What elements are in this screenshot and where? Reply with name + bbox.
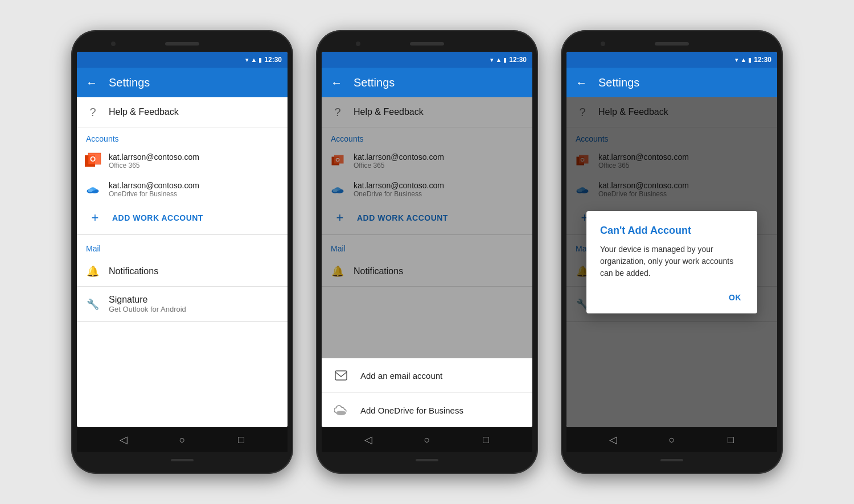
wifi-icon-1: ▾ <box>245 56 249 64</box>
phone-speaker-2 <box>410 42 444 46</box>
phone-bottom-bar-2 <box>322 452 532 468</box>
home-indicator-1 <box>171 459 194 461</box>
nav-recents-2[interactable]: □ <box>475 429 496 450</box>
notifications-item-1[interactable]: 🔔 Notifications <box>77 257 288 287</box>
phone-device-2: ▾ ▲ ▮ 12:30 ← Settings ? Help & Feedback <box>316 30 538 474</box>
battery-icon-1: ▮ <box>258 56 262 64</box>
account-info-2: kat.larrson@contoso.com OneDrive for Bus… <box>109 181 199 198</box>
svg-point-7 <box>88 189 93 192</box>
settings-title-3: Settings <box>598 76 639 89</box>
plus-icon-1: + <box>86 210 104 225</box>
help-feedback-item-1[interactable]: ? Help & Feedback <box>77 97 288 127</box>
phone-screen-1: ▾ ▲ ▮ 12:30 ← Settings ? Help & Feedback <box>77 52 288 427</box>
onedrive-icon-1 <box>86 183 100 196</box>
battery-icon-2: ▮ <box>503 56 507 64</box>
help-icon-1: ? <box>86 105 100 119</box>
phone-device-3: ▾ ▲ ▮ 12:30 ← Settings ? Help & Feedback <box>561 30 783 474</box>
phone-2: ▾ ▲ ▮ 12:30 ← Settings ? Help & Feedback <box>316 30 538 474</box>
account-email-1: kat.larrson@contoso.com <box>109 152 199 162</box>
dialog-message-3: Your device is managed by your organizat… <box>600 243 744 279</box>
nav-back-1[interactable]: ◁ <box>113 429 134 450</box>
status-icons-1: ▾ ▲ ▮ <box>245 56 262 64</box>
signal-icon-3: ▲ <box>740 56 746 63</box>
phone-3: ▾ ▲ ▮ 12:30 ← Settings ? Help & Feedback <box>561 30 783 474</box>
status-bar-1: ▾ ▲ ▮ 12:30 <box>77 52 288 68</box>
add-onedrive-item[interactable]: Add OneDrive for Business <box>322 393 532 427</box>
home-indicator-3 <box>660 459 683 461</box>
add-email-account-item[interactable]: Add an email account <box>322 358 532 393</box>
dialog-actions-3: OK <box>600 288 744 307</box>
phone-camera-2 <box>356 42 360 46</box>
status-time-1: 12:30 <box>264 56 282 64</box>
phone-camera-1 <box>111 42 116 46</box>
nav-home-3[interactable]: ○ <box>662 429 682 450</box>
signature-item-1[interactable]: 🔧 Signature Get Outlook for Android <box>77 287 288 322</box>
signature-label-1: Signature <box>109 295 186 305</box>
account-email-2: kat.larrson@contoso.com <box>109 181 199 190</box>
wifi-icon-3: ▾ <box>735 56 738 64</box>
wifi-icon-2: ▾ <box>490 56 494 64</box>
nav-bar-2: ◁ ○ □ <box>322 427 532 452</box>
settings-content-2: ? Help & Feedback Accounts O <box>322 97 532 427</box>
account-item-office365-1[interactable]: O kat.larrson@contoso.com Office 365 <box>77 147 288 175</box>
phone-1: ▾ ▲ ▮ 12:30 ← Settings ? Help & Feedback <box>71 30 293 474</box>
wrench-icon-1: 🔧 <box>86 298 100 311</box>
status-bar-3: ▾ ▲ ▮ 12:30 <box>566 52 777 68</box>
home-indicator-2 <box>416 459 438 461</box>
email-icon-sheet <box>333 367 349 383</box>
back-button-1[interactable]: ← <box>86 76 97 89</box>
signal-icon-2: ▲ <box>495 56 502 63</box>
svg-text:O: O <box>90 155 96 163</box>
app-bar-3: ← Settings <box>566 68 777 97</box>
phone-camera-3 <box>601 42 605 46</box>
status-icons-2: ▾ ▲ ▮ <box>490 56 507 64</box>
phone-bottom-bar-1 <box>77 452 288 468</box>
back-button-3[interactable]: ← <box>576 76 587 89</box>
svg-rect-15 <box>335 371 347 380</box>
phone-speaker-1 <box>165 42 199 46</box>
accounts-header-1: Accounts <box>77 127 288 147</box>
dialog-overlay-3: Can't Add Account Your device is managed… <box>566 97 777 427</box>
battery-icon-3: ▮ <box>748 56 752 64</box>
cloud-icon-sheet <box>333 402 349 418</box>
status-icons-3: ▾ ▲ ▮ <box>735 56 752 64</box>
bell-icon-glyph-1: 🔔 <box>87 265 99 278</box>
account-type-2: OneDrive for Business <box>109 190 199 198</box>
account-item-onedrive-1[interactable]: kat.larrson@contoso.com OneDrive for Bus… <box>77 175 288 204</box>
nav-recents-1[interactable]: □ <box>231 429 251 450</box>
nav-back-3[interactable]: ◁ <box>603 429 623 450</box>
bottom-sheet-2: Add an email account Add OneDrive for Bu… <box>322 358 532 427</box>
bell-icon-1: 🔔 <box>86 265 100 278</box>
svg-point-16 <box>336 411 346 415</box>
app-bar-1: ← Settings <box>77 68 288 97</box>
add-work-account-label-1: ADD WORK ACCOUNT <box>112 213 203 222</box>
nav-recents-3[interactable]: □ <box>720 429 741 450</box>
phone-bottom-bar-3 <box>566 452 777 468</box>
dialog-title-3: Can't Add Account <box>600 225 744 237</box>
phone-top-bar-1 <box>77 36 288 52</box>
add-onedrive-label: Add OneDrive for Business <box>360 406 463 415</box>
account-type-1: Office 365 <box>109 162 199 170</box>
status-time-2: 12:30 <box>509 56 527 64</box>
add-work-account-btn-1[interactable]: + ADD WORK ACCOUNT <box>77 204 288 232</box>
mail-divider-1 <box>77 234 288 235</box>
phone-top-bar-3 <box>566 36 777 52</box>
dialog-ok-button[interactable]: OK <box>726 288 744 307</box>
back-button-2[interactable]: ← <box>331 76 342 89</box>
phone-top-bar-2 <box>322 36 532 52</box>
nav-bar-1: ◁ ○ □ <box>77 427 288 452</box>
wrench-icon-glyph-1: 🔧 <box>87 298 99 311</box>
nav-back-2[interactable]: ◁ <box>358 429 379 450</box>
settings-content-3: ? Help & Feedback Accounts O kat.larrs <box>566 97 777 427</box>
status-time-3: 12:30 <box>754 56 771 64</box>
nav-bar-3: ◁ ○ □ <box>566 427 777 452</box>
office-icon-1: O <box>86 154 100 168</box>
mail-header-1: Mail <box>77 237 288 257</box>
nav-home-2[interactable]: ○ <box>417 429 437 450</box>
signature-subtext-1: Get Outlook for Android <box>109 305 186 313</box>
nav-home-1[interactable]: ○ <box>172 429 192 450</box>
cant-add-account-dialog: Can't Add Account Your device is managed… <box>586 211 757 313</box>
signal-icon-1: ▲ <box>251 56 257 63</box>
help-feedback-label-1: Help & Feedback <box>109 107 179 117</box>
phone-screen-2: ▾ ▲ ▮ 12:30 ← Settings ? Help & Feedback <box>322 52 532 427</box>
